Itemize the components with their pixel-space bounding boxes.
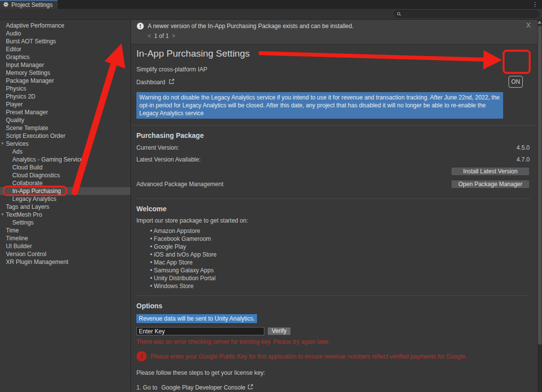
expander-triangle-icon[interactable]: ▼ <box>0 140 4 148</box>
iap-toggle-button[interactable]: ON <box>509 76 523 88</box>
sidebar-item-label: Quality <box>6 117 24 124</box>
store-list-item: Amazon Appstore <box>150 227 530 235</box>
sidebar-item-adaptive-performance[interactable]: Adaptive Performance <box>0 22 130 30</box>
page-title: In-App Purchasing Settings <box>136 48 530 59</box>
sidebar-item-cloud-build[interactable]: Cloud Build <box>0 163 130 171</box>
sidebar-item-label: Player <box>6 101 23 108</box>
sidebar-item-label: UI Builder <box>6 243 32 250</box>
install-latest-version-button[interactable]: Install Latest Version <box>451 167 530 176</box>
sidebar-item-memory-settings[interactable]: Memory Settings <box>0 69 130 77</box>
settings-sidebar: Adaptive PerformanceAudioBurst AOT Setti… <box>0 20 131 392</box>
sidebar-item-label: Ads <box>12 148 23 155</box>
sidebar-item-label: Memory Settings <box>6 69 50 76</box>
sidebar-item-package-manager[interactable]: Package Manager <box>0 77 130 85</box>
external-link-icon[interactable] <box>168 78 175 86</box>
section-heading: Options <box>136 302 530 310</box>
sidebar-item-label: Settings <box>12 219 33 226</box>
sidebar-item-label: Package Manager <box>6 77 54 84</box>
advanced-package-management-label: Advanced Package Management <box>136 181 223 188</box>
tab-title: Project Settings <box>11 1 53 8</box>
external-link-icon[interactable] <box>247 384 254 392</box>
google-play-console-link[interactable]: Google Play Developer Console <box>161 384 246 391</box>
update-banner: ! A newer version of the In-App Purchasi… <box>131 20 538 44</box>
sidebar-item-burst-aot-settings[interactable]: Burst AOT Settings <box>0 37 130 45</box>
close-icon[interactable]: X <box>526 21 531 29</box>
sidebar-item-ui-builder[interactable]: UI Builder <box>0 242 130 250</box>
sidebar-item-graphics[interactable]: Graphics <box>0 53 130 61</box>
server-error-text: There was an error checking server for e… <box>136 338 530 345</box>
store-list-item: Windows Store <box>150 282 530 290</box>
expander-triangle-icon[interactable]: ▼ <box>0 211 4 219</box>
store-list-item: Google Play <box>150 243 530 251</box>
search-input[interactable] <box>403 11 536 17</box>
sidebar-item-label: Version Control <box>6 251 46 258</box>
analytics-note: Revenue data will be sent to Unity Analy… <box>136 314 257 323</box>
scrollbar-thumb[interactable] <box>538 26 542 345</box>
sidebar-item-time[interactable]: Time <box>0 227 130 234</box>
sidebar-item-label: Cloud Build <box>12 164 42 171</box>
sidebar-item-in-app-purchasing[interactable]: In-App Purchasing <box>0 187 130 195</box>
store-list: Amazon AppstoreFacebook GameroomGoogle P… <box>150 227 530 290</box>
sidebar-item-script-execution-order[interactable]: Script Execution Order <box>0 132 130 140</box>
sidebar-item-input-manager[interactable]: Input Manager <box>0 61 130 69</box>
sidebar-item-label: Collaborate <box>12 180 42 187</box>
scroll-up-arrow-icon[interactable] <box>538 21 542 24</box>
google-key-input[interactable] <box>136 327 264 335</box>
sidebar-item-editor[interactable]: Editor <box>0 45 130 53</box>
sidebar-item-physics-2d[interactable]: Physics 2D <box>0 93 130 100</box>
banner-pager: < 1 of 1 > <box>148 33 532 39</box>
open-package-manager-button[interactable]: Open Package Manager <box>451 180 530 189</box>
sidebar-item-services[interactable]: ▼Services <box>0 140 130 148</box>
dashboard-link[interactable]: Dashboard <box>136 79 165 86</box>
section-heading: Welcome <box>136 205 530 213</box>
sidebar-item-analytics-gaming-services[interactable]: Analytics - Gaming Services <box>0 156 130 163</box>
sidebar-item-xr-plugin-management[interactable]: XR Plugin Management <box>0 258 130 266</box>
sidebar-item-settings[interactable]: Settings <box>0 219 130 227</box>
legacy-analytics-warning: Warning do not disable the Legacy Analyt… <box>136 92 503 119</box>
sidebar-item-preset-manager[interactable]: Preset Manager <box>0 108 130 116</box>
sidebar-item-label: Services <box>6 140 29 147</box>
sidebar-item-textmesh-pro[interactable]: ▼TextMesh Pro <box>0 211 130 219</box>
sidebar-item-cloud-diagnostics[interactable]: Cloud Diagnostics <box>0 171 130 179</box>
sidebar-item-quality[interactable]: Quality <box>0 116 130 124</box>
banner-message: A newer version of the In-App Purchasing… <box>148 23 353 30</box>
error-info-icon: i <box>136 351 147 361</box>
tab-project-settings[interactable]: Project Settings <box>0 0 58 9</box>
purchasing-package-section: Purchasing Package Current Version: 4.5.… <box>131 126 538 199</box>
sidebar-item-label: Legacy Analytics <box>12 196 56 202</box>
sidebar-item-player[interactable]: Player <box>0 100 130 108</box>
gear-icon <box>3 1 9 9</box>
pager-prev-button[interactable]: < <box>148 33 151 39</box>
sidebar-item-legacy-analytics[interactable]: Legacy Analytics <box>0 195 130 203</box>
google-key-error-text: Please enter your Google Public Key for … <box>151 353 467 360</box>
sidebar-item-label: Analytics - Gaming Services <box>12 156 86 163</box>
sidebar-item-label: Cloud Diagnostics <box>12 172 60 179</box>
verify-button[interactable]: Verify <box>267 327 291 335</box>
welcome-section: Welcome Import our store package to get … <box>131 199 538 296</box>
toolbar <box>0 9 542 20</box>
sidebar-item-audio[interactable]: Audio <box>0 30 130 37</box>
section-heading: Purchasing Package <box>136 131 530 139</box>
window-tabbar: Project Settings ⋮ <box>0 0 542 9</box>
sidebar-item-collaborate[interactable]: Collaborate <box>0 179 130 187</box>
sidebar-item-label: Physics <box>6 85 26 92</box>
sidebar-item-label: Preset Manager <box>6 109 48 116</box>
page-subtitle: Simplify cross-platform IAP <box>136 66 530 73</box>
sidebar-item-label: Burst AOT Settings <box>6 38 56 45</box>
sidebar-item-ads[interactable]: Ads <box>0 148 130 156</box>
kebab-menu-icon[interactable]: ⋮ <box>528 0 542 9</box>
pager-text: 1 of 1 <box>154 33 169 39</box>
sidebar-item-scene-template[interactable]: Scene Template <box>0 124 130 132</box>
sidebar-item-physics[interactable]: Physics <box>0 85 130 93</box>
pager-next-button[interactable]: > <box>172 33 175 39</box>
sidebar-item-timeline[interactable]: Timeline <box>0 234 130 242</box>
sidebar-item-label: Input Manager <box>6 62 44 68</box>
steps-intro: Please follow these steps to get your li… <box>136 369 530 376</box>
vertical-scrollbar[interactable] <box>538 20 542 392</box>
sidebar-item-label: Scene Template <box>6 125 48 131</box>
search-box[interactable] <box>394 10 539 18</box>
sidebar-item-version-control[interactable]: Version Control <box>0 250 130 258</box>
sidebar-item-label: Audio <box>6 30 21 37</box>
sidebar-item-tags-and-layers[interactable]: Tags and Layers <box>0 203 130 211</box>
sidebar-item-label: Adaptive Performance <box>6 22 64 29</box>
